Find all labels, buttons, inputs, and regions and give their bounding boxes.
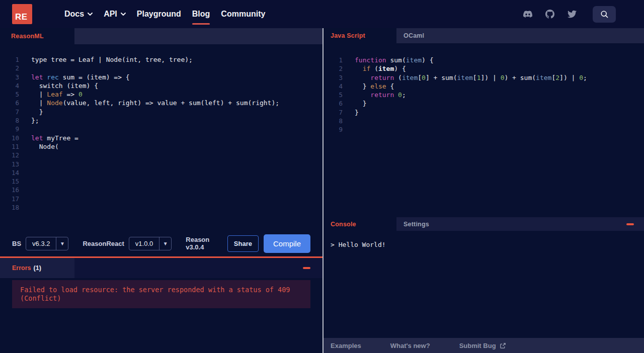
chevron-down-icon <box>121 13 126 16</box>
code-text <box>19 186 31 194</box>
code-line: 3let rec sum = (item) => { <box>0 73 323 81</box>
nav-item-label: Community <box>221 10 265 19</box>
line-number: 2 <box>324 64 343 73</box>
footer-link-what-s-new[interactable]: What's new? <box>390 342 430 349</box>
code-line: 13 <box>0 160 323 168</box>
code-line: 6 | Node(value, left, right) => value + … <box>0 99 323 107</box>
footer-link-label: What's new? <box>390 342 430 349</box>
line-number: 5 <box>0 90 19 99</box>
header-right <box>523 6 616 23</box>
code-line: 1type tree = Leaf | Node(int, tree, tree… <box>0 55 323 64</box>
external-link-icon <box>500 342 506 349</box>
reason-code-editor[interactable]: 1type tree = Leaf | Node(int, tree, tree… <box>0 44 323 230</box>
line-number: 7 <box>324 108 343 117</box>
code-line: 4 switch (item) { <box>0 81 323 90</box>
code-text <box>19 168 31 177</box>
line-number: 16 <box>0 186 19 194</box>
code-text <box>19 64 31 72</box>
twitter-icon[interactable] <box>568 10 577 19</box>
tab-ocaml[interactable]: OCaml <box>396 28 469 43</box>
code-line: 9 <box>324 125 644 134</box>
code-line: 2 if (item) { <box>324 64 644 73</box>
search-button[interactable] <box>593 6 616 23</box>
line-number: 11 <box>0 142 19 151</box>
error-message-text: Failed to load resource: the server resp… <box>20 286 290 302</box>
line-number: 3 <box>324 73 343 82</box>
code-text: | Node(value, left, right) => value + su… <box>19 99 279 107</box>
code-text: } <box>343 108 359 117</box>
caret-down-icon: ▼ <box>56 237 68 250</box>
tab-java-script[interactable]: Java Script <box>324 28 396 43</box>
line-number: 8 <box>324 117 343 125</box>
reason-logo[interactable]: RE <box>12 4 32 24</box>
code-line: 7} <box>324 108 644 117</box>
reasonreact-label: ReasonReact <box>83 240 124 247</box>
code-text: Node( <box>19 142 59 151</box>
code-line: 5 return 0; <box>324 91 644 99</box>
code-line: 16 <box>0 186 323 194</box>
reason-editor-panel: ReasonML 1type tree = Leaf | Node(int, t… <box>0 28 323 353</box>
github-icon[interactable] <box>545 10 554 19</box>
panel-splitter[interactable] <box>323 28 324 353</box>
errors-count: (1) <box>34 264 41 272</box>
share-button[interactable]: Share <box>227 235 259 252</box>
tab-reasonml[interactable]: ReasonML <box>0 28 74 44</box>
tab-settings[interactable]: Settings <box>396 217 436 231</box>
code-text <box>19 203 31 212</box>
code-text <box>343 125 355 134</box>
bs-version-dropdown[interactable]: v6.3.2 ▼ <box>26 237 68 250</box>
code-line: 3 return (item[0] + sum(item[1]) | 0) + … <box>324 73 644 82</box>
compile-button[interactable]: Compile <box>264 234 310 253</box>
nav-item-label: Docs <box>64 10 84 19</box>
collapse-errors-icon[interactable] <box>303 267 310 269</box>
tab-settings-label: Settings <box>404 221 429 228</box>
nav-item-playground[interactable]: Playground <box>137 7 181 22</box>
footer-link-examples[interactable]: Examples <box>331 342 361 349</box>
tab-label: OCaml <box>404 32 424 39</box>
code-line: 14 <box>0 168 323 177</box>
line-number: 6 <box>324 99 343 108</box>
code-text: return (item[0] + sum(item[1]) | 0) + su… <box>343 73 587 82</box>
tab-console[interactable]: Console <box>324 217 396 231</box>
console-tabbar: Console Settings <box>324 217 644 231</box>
reasonreact-version-dropdown[interactable]: v1.0.0 ▼ <box>129 237 172 250</box>
line-number: 2 <box>0 64 19 72</box>
nav-item-label: API <box>104 10 117 19</box>
code-line: 8}; <box>0 116 323 125</box>
code-text: switch (item) { <box>19 81 98 90</box>
errors-tab[interactable]: Errors (1) <box>0 258 74 278</box>
nav-item-community[interactable]: Community <box>221 7 265 22</box>
caret-down-icon: ▼ <box>159 237 171 250</box>
code-line: 2 <box>0 64 323 72</box>
tab-reasonml-label: ReasonML <box>11 33 44 40</box>
nav-item-docs[interactable]: Docs <box>64 7 93 22</box>
tab-label: Java Script <box>331 32 365 39</box>
footer-link-label: Examples <box>331 342 361 349</box>
code-text <box>19 151 31 159</box>
minimize-console-icon[interactable] <box>626 223 634 225</box>
discord-icon[interactable] <box>523 10 532 19</box>
code-line: 11 Node( <box>0 142 323 151</box>
tab-console-label: Console <box>331 221 356 228</box>
reason-version-text: Reason v3.0.4 <box>186 236 227 251</box>
output-tabbar: Java ScriptOCaml <box>324 28 644 43</box>
code-line: 5 | Leaf => 0 <box>0 90 323 99</box>
code-text: function sum(item) { <box>343 56 434 64</box>
code-text <box>19 125 31 133</box>
nav-item-label: Playground <box>137 10 181 19</box>
console-output-line: > Hello World! <box>331 241 386 248</box>
footer-link-submit-bug[interactable]: Submit Bug <box>459 342 506 349</box>
line-number: 4 <box>0 81 19 90</box>
bs-version-value: v6.3.2 <box>26 237 56 250</box>
reasonreact-version-value: v1.0.0 <box>129 237 159 250</box>
logo-text: RE <box>15 12 28 22</box>
code-text: } <box>343 99 366 108</box>
code-line: 8 <box>324 117 644 125</box>
line-number: 8 <box>0 116 19 125</box>
javascript-output-editor[interactable]: 1function sum(item) {2 if (item) {3 retu… <box>324 43 644 217</box>
code-line: 10let myTree = <box>0 134 323 142</box>
nav-item-api[interactable]: API <box>104 7 126 22</box>
nav-item-blog[interactable]: Blog <box>192 7 210 22</box>
code-text: if (item) { <box>343 64 406 73</box>
search-icon <box>600 10 609 19</box>
